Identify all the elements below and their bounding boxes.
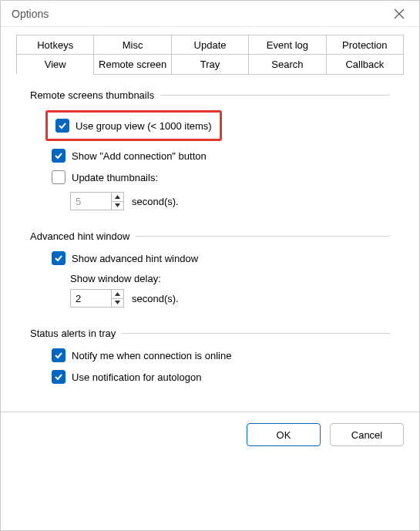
check-icon xyxy=(54,372,63,381)
titlebar: Options xyxy=(1,1,419,27)
checkbox-update-thumbnails[interactable] xyxy=(52,170,66,184)
spinner-up-button[interactable] xyxy=(112,193,123,202)
spinner-thumbnail-interval[interactable] xyxy=(70,192,124,210)
tab-view[interactable]: View xyxy=(16,54,94,75)
divider xyxy=(136,236,390,237)
tab-panel-view: Remote screens thumbnails Use group view… xyxy=(16,73,404,412)
spinner-down-button[interactable] xyxy=(112,299,123,308)
tab-event-log[interactable]: Event log xyxy=(249,35,326,55)
chevron-down-icon xyxy=(115,301,120,304)
group-status-alerts: Status alerts in tray Notify me when con… xyxy=(30,328,390,384)
checkbox-notify-online[interactable] xyxy=(52,348,66,362)
tab-update[interactable]: Update xyxy=(172,35,249,55)
ok-button[interactable]: OK xyxy=(247,423,321,446)
chevron-up-icon xyxy=(115,195,120,199)
label-show-hint-window: Show advanced hint window xyxy=(72,253,198,264)
label-show-add-connection: Show "Add connection" button xyxy=(72,150,207,162)
checkbox-show-hint-window[interactable] xyxy=(52,251,66,265)
checkbox-show-add-connection[interactable] xyxy=(52,149,66,163)
check-icon xyxy=(54,351,63,360)
label-interval-unit: second(s). xyxy=(132,196,179,207)
check-icon xyxy=(54,254,63,263)
cancel-button[interactable]: Cancel xyxy=(330,423,404,446)
tab-remote-screen[interactable]: Remote screen xyxy=(94,54,171,75)
close-button[interactable] xyxy=(382,2,416,25)
check-icon xyxy=(58,121,67,130)
group-hint-window: Advanced hint window Show advanced hint … xyxy=(30,230,390,308)
input-hint-delay[interactable] xyxy=(71,290,111,307)
highlight-use-group-view: Use group view (< 1000 items) xyxy=(45,110,222,141)
checkbox-use-group-view[interactable] xyxy=(55,119,69,133)
spinner-hint-delay[interactable] xyxy=(70,289,124,308)
label-window-delay: Show window delay: xyxy=(70,273,161,284)
dialog-footer: OK Cancel xyxy=(1,412,419,457)
tab-search[interactable]: Search xyxy=(249,54,326,75)
tab-misc[interactable]: Misc xyxy=(94,35,171,55)
label-delay-unit: second(s). xyxy=(132,293,179,304)
chevron-down-icon xyxy=(115,203,120,207)
group-thumbnails: Remote screens thumbnails Use group view… xyxy=(30,89,390,210)
label-notify-autologon: Use notification for autologon xyxy=(72,371,201,383)
chevron-up-icon xyxy=(115,292,120,296)
tab-protection[interactable]: Protection xyxy=(327,35,404,55)
spinner-down-button[interactable] xyxy=(112,202,123,210)
checkbox-notify-autologon[interactable] xyxy=(52,370,66,384)
divider xyxy=(122,333,390,334)
group-hint-title: Advanced hint window xyxy=(30,230,136,242)
label-update-thumbnails: Update thumbnails: xyxy=(72,172,158,183)
group-alerts-title: Status alerts in tray xyxy=(30,328,122,339)
label-notify-online: Notify me when connection is online xyxy=(72,350,231,361)
group-thumbnails-title: Remote screens thumbnails xyxy=(30,89,160,101)
options-dialog: Options Hotkeys Misc Update Event log Pr… xyxy=(0,0,420,531)
tab-hotkeys[interactable]: Hotkeys xyxy=(16,35,94,55)
tab-tray[interactable]: Tray xyxy=(172,54,249,75)
close-icon xyxy=(394,8,405,19)
window-title: Options xyxy=(12,8,382,20)
input-thumbnail-interval[interactable] xyxy=(71,193,111,210)
tab-callback[interactable]: Callback xyxy=(327,54,404,75)
divider xyxy=(160,95,390,96)
check-icon xyxy=(54,151,63,160)
label-use-group-view: Use group view (< 1000 items) xyxy=(76,120,212,132)
tab-strip: Hotkeys Misc Update Event log Protection… xyxy=(1,27,419,412)
spinner-up-button[interactable] xyxy=(112,290,123,299)
